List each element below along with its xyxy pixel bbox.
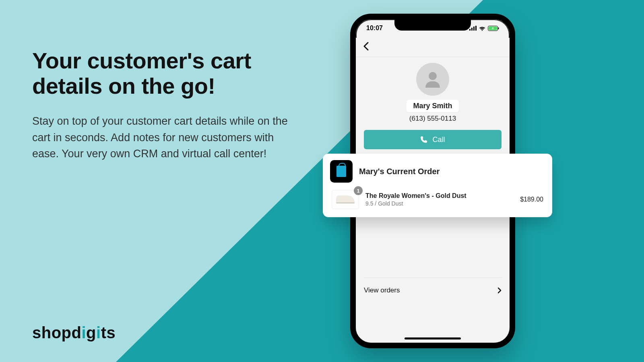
brand-text: g bbox=[86, 324, 96, 341]
quantity-badge: 1 bbox=[354, 186, 363, 195]
promo-subtext: Stay on top of your customer cart detail… bbox=[32, 113, 290, 162]
svg-rect-2 bbox=[473, 27, 475, 31]
view-orders-row[interactable]: View orders bbox=[364, 278, 502, 299]
headline: Your customer's cart details on the go! bbox=[32, 48, 290, 99]
svg-rect-1 bbox=[471, 28, 473, 31]
wifi-icon bbox=[479, 26, 486, 31]
nav-bar bbox=[356, 38, 510, 57]
headline-line-2: details on the go! bbox=[32, 73, 215, 99]
call-button[interactable]: Call bbox=[364, 130, 502, 149]
brand-accent: i bbox=[81, 324, 86, 341]
app-icon bbox=[330, 160, 353, 183]
battery-icon bbox=[488, 26, 499, 31]
call-button-label: Call bbox=[432, 136, 445, 144]
product-thumbnail: 1 bbox=[332, 190, 359, 209]
avatar bbox=[416, 63, 449, 96]
status-time: 10:07 bbox=[366, 25, 383, 32]
brand-logo: shopdigits bbox=[32, 324, 116, 342]
phone-notch bbox=[394, 19, 471, 31]
svg-point-7 bbox=[429, 72, 437, 80]
svg-rect-6 bbox=[498, 27, 499, 29]
chevron-left-icon bbox=[363, 42, 369, 51]
user-icon bbox=[422, 68, 444, 90]
headline-line-1: Your customer's cart bbox=[32, 48, 251, 73]
status-icons bbox=[469, 26, 499, 31]
customer-phone: (613) 555-0113 bbox=[409, 115, 456, 123]
bag-icon bbox=[336, 166, 346, 177]
brand-text: shopd bbox=[32, 324, 81, 341]
brand-text: ts bbox=[101, 324, 116, 341]
product-price: $189.00 bbox=[520, 196, 543, 203]
svg-rect-0 bbox=[469, 29, 471, 31]
order-card-title: Mary's Current Order bbox=[359, 167, 440, 176]
back-button[interactable] bbox=[363, 41, 369, 53]
promo-copy: Your customer's cart details on the go! … bbox=[32, 48, 290, 162]
phone-icon bbox=[420, 136, 427, 143]
customer-profile: Mary Smith (613) 555-0113 bbox=[356, 57, 510, 123]
svg-rect-3 bbox=[475, 26, 477, 31]
order-item[interactable]: 1 The Royale Women's - Gold Dust 9.5 / G… bbox=[330, 187, 545, 210]
chevron-right-icon bbox=[497, 287, 502, 294]
shoe-icon bbox=[336, 195, 355, 204]
product-name: The Royale Women's - Gold Dust bbox=[365, 192, 514, 200]
home-indicator bbox=[405, 337, 461, 339]
signal-icon bbox=[469, 26, 477, 31]
brand-accent: i bbox=[96, 324, 101, 341]
order-item-text: The Royale Women's - Gold Dust 9.5 / Gol… bbox=[365, 192, 514, 207]
order-card-header: Mary's Current Order bbox=[330, 160, 545, 183]
order-card[interactable]: Mary's Current Order 1 The Royale Women'… bbox=[323, 154, 552, 217]
product-variant: 9.5 / Gold Dust bbox=[365, 200, 514, 207]
customer-name: Mary Smith bbox=[407, 100, 458, 112]
view-orders-label: View orders bbox=[364, 286, 400, 294]
